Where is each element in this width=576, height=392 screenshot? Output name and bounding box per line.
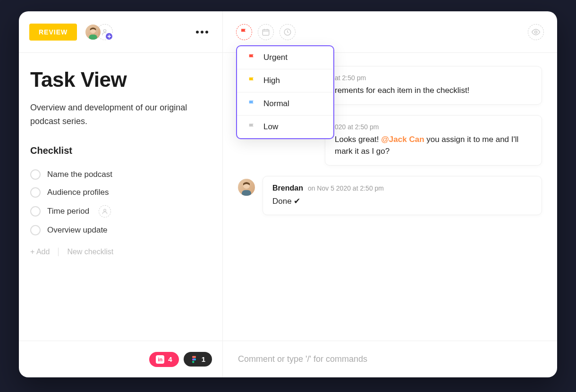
svg-point-8 — [192, 361, 194, 363]
flag-icon — [240, 28, 248, 36]
svg-point-3 — [104, 209, 106, 211]
right-header: Urgent High Normal Low — [223, 11, 557, 53]
composer-area — [223, 341, 557, 377]
comment-time: at 2:50 pm — [335, 74, 366, 82]
eye-icon — [531, 27, 541, 37]
checkbox-icon[interactable] — [30, 169, 41, 180]
priority-option-low[interactable]: Low — [237, 116, 333, 138]
comment-row: 020 at 2:50 pm Looks great! @Jack Can yo… — [325, 115, 542, 166]
invision-pill[interactable]: in 4 — [149, 352, 178, 367]
checklist-item[interactable]: Overview update — [30, 221, 211, 239]
left-panel: REVIEW + Task View Overview and developm… — [19, 11, 223, 377]
priority-label: Low — [263, 122, 278, 132]
new-checklist-button[interactable]: New checklist — [67, 248, 113, 256]
svg-point-7 — [194, 358, 195, 360]
svg-point-5 — [194, 356, 195, 358]
invision-count: 4 — [168, 355, 172, 363]
assign-user-button[interactable] — [99, 205, 111, 217]
priority-label: High — [263, 76, 280, 85]
divider — [58, 248, 59, 256]
priority-label: Urgent — [263, 53, 288, 62]
checklist-item-label: Name the podcast — [47, 170, 112, 179]
more-menu-button[interactable] — [192, 27, 212, 37]
avatar[interactable] — [238, 179, 255, 196]
flag-icon — [247, 123, 256, 131]
figma-pill[interactable]: 1 — [184, 352, 212, 367]
checklist-item-label: Overview update — [47, 225, 108, 235]
svg-rect-13 — [242, 190, 251, 196]
right-panel: Urgent High Normal Low — [223, 11, 557, 377]
comment-time: on Nov 5 2020 at 2:50 pm — [308, 184, 384, 192]
comment-bubble: 020 at 2:50 pm Looks great! @Jack Can yo… — [325, 115, 542, 166]
checklist-actions: + Add New checklist — [30, 248, 211, 256]
comment-row: at 2:50 pm rements for each item in the … — [325, 66, 542, 105]
comment-text: Done ✔ — [272, 195, 532, 208]
invision-icon: in — [156, 355, 164, 364]
checklist-title: Checklist — [30, 145, 211, 156]
checklist-item-label: Audience profiles — [47, 188, 109, 197]
comment-text: rements for each item in the checklist! — [335, 84, 532, 97]
comment-text: Looks great! @Jack Can you assign it to … — [335, 133, 532, 158]
checkbox-icon[interactable] — [30, 206, 41, 217]
svg-rect-1 — [89, 34, 97, 40]
task-window: REVIEW + Task View Overview and developm… — [19, 11, 557, 377]
checklist-item[interactable]: Name the podcast — [30, 166, 211, 183]
status-badge[interactable]: REVIEW — [29, 24, 77, 41]
left-header: REVIEW + — [19, 11, 222, 53]
comment-author: Brendan — [272, 184, 303, 192]
add-checklist-item-button[interactable]: + Add — [30, 248, 50, 256]
clock-icon — [283, 28, 292, 36]
checklist-item[interactable]: Audience profiles — [30, 183, 211, 201]
flag-icon — [247, 53, 256, 62]
plus-icon: + — [105, 32, 113, 41]
task-body: Task View Overview and development of ou… — [19, 53, 222, 341]
svg-rect-9 — [263, 29, 269, 35]
svg-point-11 — [535, 31, 537, 33]
comment-bubble: at 2:50 pm rements for each item in the … — [325, 66, 542, 105]
figma-icon — [190, 356, 198, 363]
priority-option-normal[interactable]: Normal — [237, 92, 333, 116]
priority-button[interactable] — [236, 24, 252, 40]
date-button[interactable] — [258, 24, 274, 40]
task-description: Overview and development of our original… — [30, 101, 211, 128]
assignee-group: + — [85, 24, 113, 41]
comment-row: Brendan on Nov 5 2020 at 2:50 pm Done ✔ — [238, 176, 542, 216]
priority-option-high[interactable]: High — [237, 69, 333, 92]
mention[interactable]: @Jack Can — [381, 135, 424, 144]
flag-icon — [247, 100, 256, 108]
svg-point-2 — [104, 29, 106, 32]
checkbox-icon[interactable] — [30, 225, 41, 235]
left-footer: in 4 1 — [19, 341, 222, 377]
priority-label: Normal — [263, 99, 289, 108]
priority-option-urgent[interactable]: Urgent — [237, 46, 333, 69]
calendar-icon — [262, 28, 270, 36]
checklist-item-label: Time period — [47, 207, 89, 216]
flag-icon — [247, 76, 256, 85]
comment-bubble: Brendan on Nov 5 2020 at 2:50 pm Done ✔ — [263, 176, 542, 216]
task-title: Task View — [30, 68, 211, 92]
figma-count: 1 — [202, 355, 205, 363]
add-assignee-button[interactable]: + — [97, 24, 113, 40]
checklist-item[interactable]: Time period — [30, 201, 211, 221]
checkbox-icon[interactable] — [30, 187, 41, 198]
priority-dropdown: Urgent High Normal Low — [236, 45, 334, 139]
time-button[interactable] — [280, 24, 296, 40]
comment-input[interactable] — [238, 354, 542, 364]
comment-time: 020 at 2:50 pm — [335, 123, 379, 131]
watch-button[interactable] — [528, 24, 544, 40]
